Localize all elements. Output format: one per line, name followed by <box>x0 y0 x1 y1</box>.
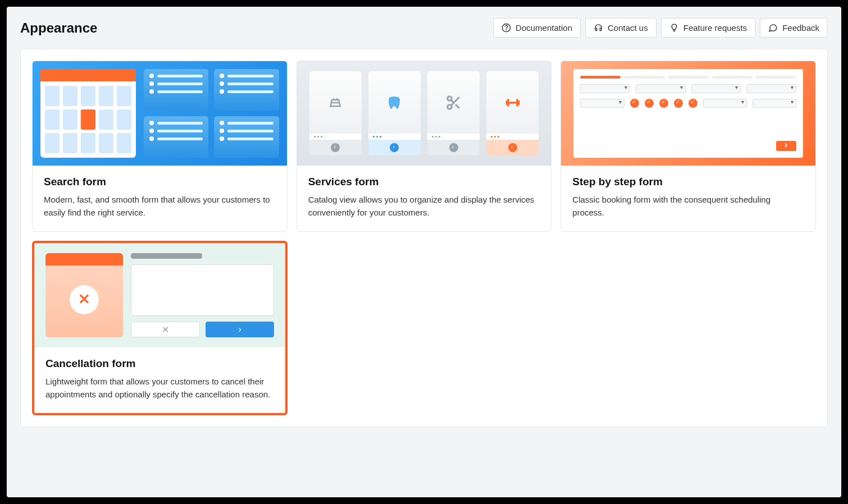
header-actions: Documentation Contact us Feature request… <box>493 18 828 38</box>
step-form-preview <box>561 61 815 166</box>
cancel-preview-next-button: › <box>206 322 273 337</box>
feature-requests-button[interactable]: Feature requests <box>661 18 755 38</box>
card-step-form[interactable]: Step by step form Classic booking form w… <box>560 61 816 232</box>
page-header: Appearance Documentation Contact us Feat… <box>20 18 828 38</box>
card-services-form[interactable]: Services form Catalog view allows you to… <box>297 61 552 232</box>
scissors-icon <box>445 94 462 111</box>
headset-icon <box>594 23 603 33</box>
lightbulb-icon <box>669 23 679 33</box>
content-panel: Search form Modern, fast, and smooth for… <box>20 49 828 427</box>
card-search-form[interactable]: Search form Modern, fast, and smooth for… <box>32 61 288 232</box>
car-icon <box>327 94 344 111</box>
card-description: Classic booking form with the consequent… <box>572 194 804 219</box>
feature-label: Feature requests <box>683 23 747 33</box>
help-circle-icon <box>501 23 511 33</box>
speech-bubble-icon <box>768 23 778 33</box>
page-title: Appearance <box>20 20 97 36</box>
documentation-button[interactable]: Documentation <box>493 18 581 38</box>
calendar-icon <box>40 69 136 158</box>
card-description: Modern, fast, and smooth form that allow… <box>44 194 276 219</box>
contact-label: Contact us <box>608 23 648 33</box>
card-title: Cancellation form <box>45 358 274 370</box>
documentation-label: Documentation <box>516 23 572 33</box>
card-title: Step by step form <box>572 176 804 188</box>
search-form-preview <box>33 61 287 166</box>
cancellation-form-preview: ✕ ✕ › <box>34 243 285 347</box>
x-icon: ✕ <box>70 285 99 314</box>
card-title: Services form <box>308 176 540 188</box>
svg-point-3 <box>447 104 452 109</box>
svg-point-1 <box>506 30 507 30</box>
card-description: Catalog view allows you to organize and … <box>308 194 540 219</box>
card-cancellation-form[interactable]: ✕ ✕ › Cancellation form Lightweight form… <box>32 241 288 415</box>
cancel-preview-x-button: ✕ <box>131 322 200 337</box>
card-description: Lightweight form that allows your custom… <box>45 375 274 401</box>
card-title: Search form <box>44 176 276 188</box>
contact-button[interactable]: Contact us <box>585 18 656 38</box>
tooth-icon <box>386 94 403 111</box>
dumbbell-icon <box>504 94 522 112</box>
svg-point-2 <box>447 96 452 100</box>
services-form-preview <box>297 61 551 166</box>
feedback-label: Feedback <box>782 23 819 33</box>
appearance-window: Appearance Documentation Contact us Feat… <box>7 7 841 497</box>
form-cards-grid: Search form Modern, fast, and smooth for… <box>32 61 816 415</box>
feedback-button[interactable]: Feedback <box>760 18 828 38</box>
